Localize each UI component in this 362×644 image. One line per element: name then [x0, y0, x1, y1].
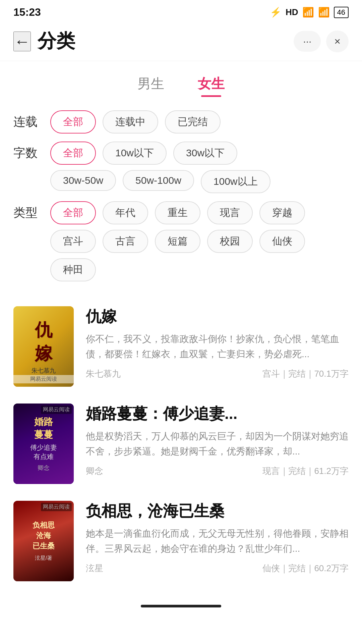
page-title: 分类 [38, 29, 294, 54]
book-info-2: 婚路蔓蔓：傅少追妻... 他是权势滔天，万人仰慕的风云巨子，却因为一个阴谋对她穷… [86, 404, 349, 484]
book-meta-1: 朱七慕九 宫斗｜完结｜70.1万字 [86, 368, 349, 380]
book-meta-3: 泫星 仙侠｜完结｜60.2万字 [86, 562, 349, 574]
book-tags-1: 宫斗｜完结｜70.1万字 [262, 368, 349, 380]
chip-words-30-50w[interactable]: 30w-50w [50, 170, 116, 191]
chip-serial-ongoing[interactable]: 连载中 [103, 110, 158, 133]
wordcount-chips: 全部 10w以下 30w以下 [50, 142, 349, 165]
chip-genre-gongdou[interactable]: 宫斗 [50, 230, 96, 253]
bluetooth-icon: ⚡ [270, 7, 282, 18]
book-tags-2: 现言｜完结｜61.2万字 [262, 465, 349, 477]
book-cover-2: 网易云阅读 婚路蔓蔓 傅少追妻有点难 卿念 [13, 404, 74, 484]
book-title-3: 负相思，沧海已生桑 [86, 501, 349, 522]
book-item[interactable]: 网易云阅读 负相思沧海已生桑 泫星/著 负相思，沧海已生桑 她本是一滴雀血衍化而… [13, 501, 349, 581]
chip-genre-all[interactable]: 全部 [50, 201, 96, 224]
status-bar: 15:23 ⚡ HD 📶 📶 46 [0, 0, 362, 22]
book-item[interactable]: 仇嫁 朱七慕九 网易云阅读 仇嫁 你不仁，我不义，投靠政敌斗倒你！抄家仇，负心恨… [13, 306, 349, 387]
chip-genre-chongsheng[interactable]: 重生 [155, 201, 200, 224]
filter-section: 连载 全部 连载中 已完结 字数 全部 10w以下 30w以下 30w-50w … [0, 104, 362, 296]
genre-chips-row3: 种田 [50, 258, 349, 281]
chip-genre-guyan[interactable]: 古言 [103, 230, 148, 253]
book-item[interactable]: 网易云阅读 婚路蔓蔓 傅少追妻有点难 卿念 婚路蔓蔓：傅少追妻... 他是权势滔… [13, 404, 349, 484]
home-indicator [141, 605, 221, 607]
chip-serial-finished[interactable]: 已完结 [165, 110, 221, 133]
serialization-filter-row: 连载 全部 连载中 已完结 [13, 110, 349, 133]
book-list: 仇嫁 朱七慕九 网易云阅读 仇嫁 你不仁，我不义，投靠政敌斗倒你！抄家仇，负心恨… [0, 296, 362, 581]
status-icons: ⚡ HD 📶 📶 46 [270, 7, 349, 18]
book-author-1: 朱七慕九 [86, 368, 121, 380]
chip-genre-xiaoyuan[interactable]: 校园 [207, 230, 253, 253]
chip-words-all[interactable]: 全部 [50, 142, 96, 165]
tab-male[interactable]: 男生 [137, 74, 164, 97]
wordcount-label: 字数 [13, 142, 44, 161]
chip-words-30w[interactable]: 30w以下 [173, 142, 237, 165]
bottom-bar [0, 598, 362, 614]
book-title-2: 婚路蔓蔓：傅少追妻... [86, 404, 349, 424]
book-desc-1: 你不仁，我不义，投靠政敌斗倒你！抄家仇，负心恨，笔笔血债，都要偿！红嫁衣，血双鬟… [86, 332, 349, 362]
genre-chips-row2: 宫斗 古言 短篇 校园 仙侠 [50, 230, 349, 253]
status-time: 15:23 [13, 6, 41, 18]
book-tags-3: 仙侠｜完结｜60.2万字 [262, 562, 349, 574]
close-button[interactable]: × [326, 31, 349, 52]
book-cover-1: 仇嫁 朱七慕九 网易云阅读 [13, 306, 74, 387]
signal-bars-icon: 📶 [302, 7, 314, 18]
wordcount-filter-row: 字数 全部 10w以下 30w以下 [13, 142, 349, 165]
chip-words-10w[interactable]: 10w以下 [103, 142, 167, 165]
chip-genre-niandai[interactable]: 年代 [103, 201, 148, 224]
book-author-3: 泫星 [86, 562, 103, 574]
chip-genre-chuanyue[interactable]: 穿越 [259, 201, 305, 224]
signal-icon: HD [286, 7, 298, 17]
serialization-chips: 全部 连载中 已完结 [50, 110, 349, 133]
book-title-1: 仇嫁 [86, 306, 349, 327]
book-cover-3: 网易云阅读 负相思沧海已生桑 泫星/著 [13, 501, 74, 581]
book-desc-2: 他是权势滔天，万人仰慕的风云巨子，却因为一个阴谋对她穷追不舍，步步紧逼。她是财阀… [86, 429, 349, 459]
battery-icon: 46 [334, 7, 349, 18]
genre-chips-row1: 全部 年代 重生 现言 穿越 [50, 201, 349, 224]
genre-filter-row: 类型 全部 年代 重生 现言 穿越 [13, 201, 349, 224]
book-meta-2: 卿念 现言｜完结｜61.2万字 [86, 465, 349, 477]
chip-genre-xianyun[interactable]: 现言 [207, 201, 253, 224]
gender-tabs: 男生 女生 [0, 61, 362, 104]
header-actions: ··· × [294, 31, 349, 52]
book-desc-3: 她本是一滴雀血衍化而成，无父无母无性别，得他眷顾，安静相伴。三界风云起，她会守在… [86, 526, 349, 556]
chip-serial-all[interactable]: 全部 [50, 110, 96, 133]
chip-words-50-100w[interactable]: 50w-100w [123, 170, 194, 191]
chip-genre-duanpian[interactable]: 短篇 [155, 230, 200, 253]
header: ← 分类 ··· × [0, 22, 362, 61]
book-info-3: 负相思，沧海已生桑 她本是一滴雀血衍化而成，无父无母无性别，得他眷顾，安静相伴。… [86, 501, 349, 581]
more-button[interactable]: ··· [294, 31, 321, 52]
chip-genre-xianxia[interactable]: 仙侠 [259, 230, 305, 253]
chip-genre-zhongtian[interactable]: 种田 [50, 258, 96, 281]
wordcount-chips-row2: 30w-50w 50w-100w 100w以上 [50, 170, 349, 193]
tab-female[interactable]: 女生 [198, 74, 225, 97]
back-button[interactable]: ← [13, 32, 31, 51]
genre-label: 类型 [13, 201, 44, 221]
book-author-2: 卿念 [86, 465, 103, 477]
book-info-1: 仇嫁 你不仁，我不义，投靠政敌斗倒你！抄家仇，负心恨，笔笔血债，都要偿！红嫁衣，… [86, 306, 349, 387]
chip-words-100w[interactable]: 100w以上 [201, 170, 270, 193]
wifi-icon: 📶 [318, 7, 330, 18]
serialization-label: 连载 [13, 110, 44, 130]
